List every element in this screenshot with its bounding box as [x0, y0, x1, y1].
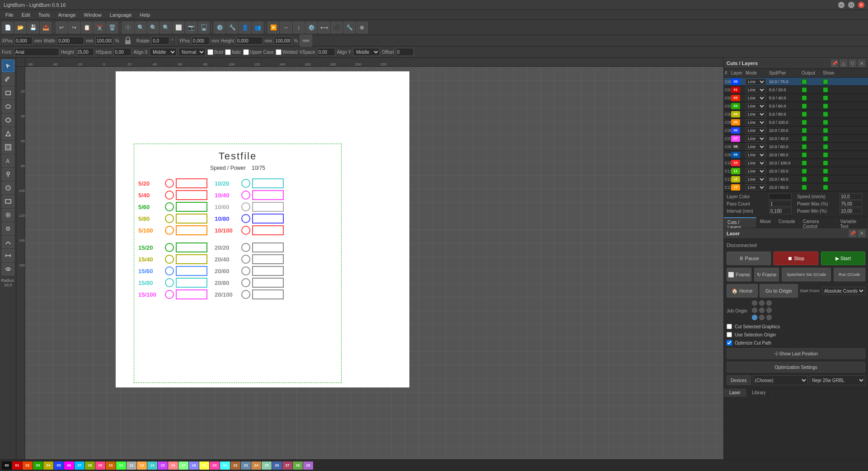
weld-button[interactable]: 🔧	[343, 22, 355, 33]
layer-row-c06[interactable]: C06 06 Line 10.0 / 20.0	[724, 126, 868, 135]
layer-out-c03[interactable]	[802, 103, 822, 109]
layer-mode-c00[interactable]: Line	[746, 79, 766, 85]
devices-select[interactable]: (Choose)	[753, 375, 808, 385]
layer-mode-c12[interactable]: Line	[746, 176, 766, 182]
layer-color-c11[interactable]: 11	[731, 168, 740, 174]
color-chip-00[interactable]: 00	[2, 462, 12, 470]
origin-tl[interactable]	[752, 300, 757, 306]
origin-mc[interactable]	[759, 308, 765, 313]
frame2-button[interactable]: ↻ Frame	[754, 268, 779, 281]
align-button[interactable]: ⚙️	[305, 22, 317, 33]
layer-out-c04[interactable]	[802, 112, 822, 117]
color-chip-20[interactable]: 20	[210, 462, 220, 470]
select-button[interactable]: ⬜	[173, 22, 184, 33]
layer-row-c07[interactable]: C07 07 Line 10.0 / 40.0	[724, 135, 868, 143]
open-button[interactable]: 📂	[14, 22, 26, 33]
layer-show-c00[interactable]	[823, 79, 839, 84]
lock-icon[interactable]	[121, 35, 135, 46]
camera-button[interactable]: 📷	[185, 22, 197, 33]
mirror-v-button[interactable]: ↕️	[293, 22, 305, 33]
zoom-fit-button[interactable]: 🔍	[160, 22, 172, 33]
pin-tool[interactable]	[2, 168, 14, 181]
canvas-area[interactable]: -60 -40 -20 0 20 40 60 80 100 120 140 16…	[16, 58, 723, 459]
user2-button[interactable]: 👥	[252, 22, 263, 33]
layer-out-c09[interactable]	[802, 152, 822, 158]
color-chip-10[interactable]: 10	[106, 462, 116, 470]
layer-mode-c02[interactable]: Line	[746, 95, 766, 101]
cut-selected-checkbox[interactable]	[727, 324, 732, 329]
layer-row-c13[interactable]: C13 13 Line 15.0 / 60.0	[724, 183, 868, 191]
menu-tools[interactable]: Tools	[35, 11, 54, 19]
layer-color-c08[interactable]: 08	[731, 144, 740, 150]
layer-show-c06[interactable]	[823, 128, 839, 133]
layer-mode-c10[interactable]: Line	[746, 160, 766, 166]
align-y-select[interactable]: Middle	[353, 48, 380, 56]
layer-color-swatch[interactable]	[769, 193, 792, 200]
use-selection-checkbox[interactable]	[727, 332, 732, 337]
layer-out-c08[interactable]	[802, 144, 822, 149]
layer-color-c09[interactable]: 09	[731, 152, 740, 158]
upper-checkbox[interactable]	[243, 49, 249, 55]
maximize-button[interactable]: □	[848, 2, 854, 8]
text-tool[interactable]: A	[2, 154, 14, 167]
layer-color-c12[interactable]: 12	[731, 176, 740, 182]
redo-button[interactable]: ↪	[68, 22, 80, 33]
color-chip-08[interactable]: 08	[85, 462, 95, 470]
optimization-button[interactable]: Optimization Settings	[727, 362, 865, 373]
mirror-h-button[interactable]: ↔️	[280, 22, 292, 33]
layer-mode-c09[interactable]: Line	[746, 152, 766, 158]
color-chip-24[interactable]: 24	[251, 462, 261, 470]
layer-mode-c06[interactable]: Line	[746, 127, 766, 134]
color-chip-23[interactable]: 23	[241, 462, 251, 470]
tab-variable-text[interactable]: Variable Text	[836, 217, 868, 228]
frame-tool[interactable]	[2, 141, 14, 154]
layer-out-c05[interactable]	[802, 120, 822, 125]
tab-camera[interactable]: Camera Control	[799, 217, 836, 228]
pencil-tool[interactable]	[2, 73, 14, 86]
welded-checkbox[interactable]	[276, 49, 282, 55]
eye-tool[interactable]	[2, 263, 14, 275]
tools-button[interactable]: 🔧	[226, 22, 238, 33]
layer-color-c02[interactable]: 02	[731, 95, 740, 101]
grid-tool[interactable]	[2, 209, 14, 221]
layer-row-c11[interactable]: C11 11 Line 15.0 / 20.0	[724, 167, 868, 175]
color-chip-01[interactable]: 01	[12, 462, 22, 470]
layer-row-c12[interactable]: C12 12 Line 15.0 / 40.0	[724, 175, 868, 183]
color-chip-25[interactable]: 25	[262, 462, 272, 470]
layer-color-c06[interactable]: 06	[731, 127, 740, 134]
origin-bc[interactable]	[759, 315, 765, 320]
xpos-input[interactable]	[14, 37, 33, 45]
layer-show-c08[interactable]	[823, 144, 839, 149]
rectangle-tool[interactable]	[2, 87, 14, 99]
color-chip-26[interactable]: 26	[272, 462, 282, 470]
color-chip-06[interactable]: 06	[64, 462, 74, 470]
layer-color-c13[interactable]: 13	[731, 184, 740, 191]
layer-row-c02[interactable]: C02 02 Line 5.0 / 40.0	[724, 94, 868, 102]
height-input[interactable]	[236, 37, 263, 45]
start-button[interactable]: ▶ Start	[821, 252, 865, 265]
layer-out-c01[interactable]	[802, 87, 822, 93]
layer-row-c01[interactable]: C01 01 Line 5.0 / 20.0	[724, 86, 868, 94]
layer-out-c00[interactable]	[802, 79, 822, 84]
layer-mode-c07[interactable]: Line	[746, 135, 766, 142]
unit-button[interactable]: mm	[300, 35, 312, 47]
panel-arrow-down-button[interactable]: ▽	[849, 60, 856, 67]
tab-console[interactable]: Console	[775, 217, 799, 228]
cut-button[interactable]: ✂️	[94, 22, 105, 33]
delete-button[interactable]: 🗑️	[106, 22, 118, 33]
layer-show-c09[interactable]	[823, 152, 839, 158]
menu-edit[interactable]: Edit	[18, 11, 34, 19]
home-button[interactable]: 🏠 Home	[727, 284, 758, 298]
power-min-input[interactable]	[840, 208, 862, 214]
layer-show-c05[interactable]	[823, 120, 839, 125]
play-button[interactable]: ▶️	[267, 22, 279, 33]
save-button[interactable]: 💾	[27, 22, 39, 33]
pause-button[interactable]: ⏸ Pause	[727, 252, 771, 265]
color-chip-03[interactable]: 03	[33, 462, 43, 470]
layer-row-c09[interactable]: C09 09 Line 10.0 / 80.0	[724, 151, 868, 159]
color-chip-14[interactable]: 14	[147, 462, 157, 470]
height-pct-input[interactable]	[274, 37, 292, 45]
color-chip-17[interactable]: 17	[178, 462, 188, 470]
polygon-tool[interactable]	[2, 114, 14, 126]
save-gcode-button[interactable]: Speichern Sie GCode	[782, 268, 830, 281]
